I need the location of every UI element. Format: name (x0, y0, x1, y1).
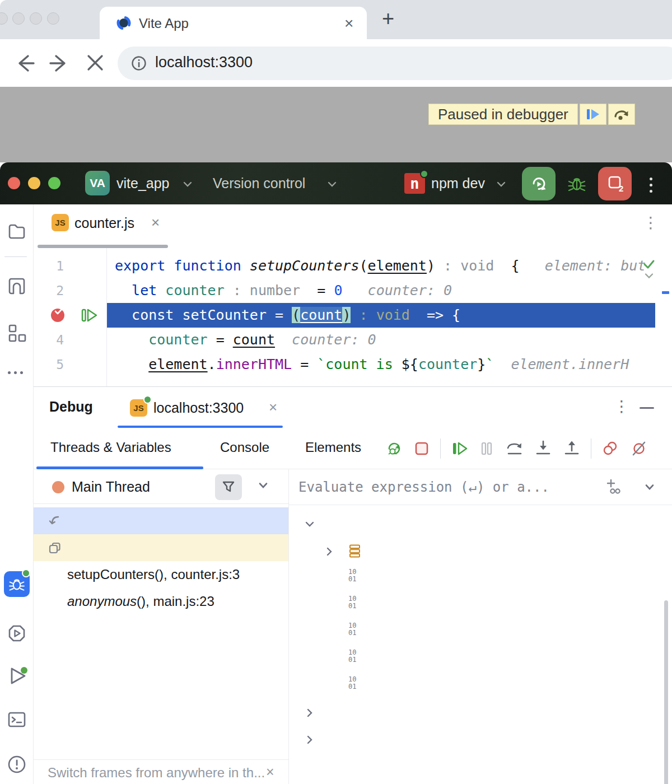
new-tab-button[interactable]: + (382, 8, 394, 29)
forward-icon[interactable] (48, 52, 72, 75)
editor-tab-counter-js[interactable]: counter.js (74, 215, 134, 231)
line-number: 5 (34, 352, 72, 377)
tool-window-strip (0, 204, 34, 784)
debug-tool-window-button[interactable] (4, 571, 30, 597)
ide-zoom-button[interactable] (48, 177, 60, 189)
variable-row-setcounter[interactable]: 1001 setCounter = undefined (289, 591, 672, 618)
site-info-icon[interactable] (131, 55, 147, 71)
tab-console[interactable]: Console (220, 440, 269, 455)
filter-frames-button[interactable] (215, 474, 242, 500)
add-to-watches-icon[interactable] (605, 478, 623, 496)
variable-row-innerhtml[interactable]: 1001 element.innerHTML = "" (289, 618, 672, 645)
chevron-down-icon (327, 181, 337, 188)
debug-options-kebab-icon[interactable]: ⋮ (614, 397, 629, 416)
code-line: counter = count counter: 0 (115, 328, 376, 352)
variables-group-global[interactable]: Global = Window (289, 726, 672, 753)
rerun-button[interactable] (522, 167, 556, 200)
execution-pointer-icon (81, 307, 100, 323)
browser-zoom-button[interactable] (47, 12, 59, 25)
stop-button[interactable]: 2 (598, 167, 632, 200)
variables-group-local[interactable]: Local (289, 511, 672, 538)
ide-close-button[interactable] (8, 177, 20, 189)
project-icon[interactable] (7, 221, 27, 241)
collapsed-chevron-icon[interactable] (325, 546, 334, 556)
tab-favicon-icon (115, 15, 132, 31)
evaluate-expression-input[interactable] (298, 476, 578, 498)
primitive-value-icon: 1001 (348, 649, 363, 664)
bookmarks-icon[interactable] (7, 276, 27, 296)
browser-close-button[interactable] (12, 12, 25, 25)
variable-row-element[interactable]: element = button#counter {disabled: fals… (289, 538, 672, 564)
variables-scrollbar[interactable] (664, 600, 668, 784)
services-icon[interactable] (7, 623, 27, 643)
step-over-button[interactable] (608, 104, 635, 125)
project-badge[interactable]: VA (85, 171, 110, 195)
titlebar-more-icon[interactable] (650, 178, 653, 193)
collapsed-chevron-icon[interactable] (305, 707, 314, 717)
ide-minimize-button[interactable] (28, 177, 40, 189)
code-line: let counter : number = 0 counter: 0 (115, 278, 452, 303)
resume-program-icon[interactable] (450, 440, 468, 458)
expanded-chevron-icon[interactable] (304, 519, 315, 529)
debug-content: Main Thread setupCounters(), counter.js:… (34, 469, 672, 784)
collapsed-chevron-icon[interactable] (305, 734, 314, 744)
resume-icon (585, 106, 601, 123)
variable-row-counter[interactable]: 1001 counter = 0 (289, 564, 672, 591)
debug-session-tab[interactable]: localhost:3300 (153, 400, 244, 416)
stack-frame-row[interactable]: anonymous(), main.js:23 (34, 534, 288, 561)
address-url[interactable]: localhost:3300 (155, 54, 253, 71)
rerun-icon (529, 174, 548, 193)
view-breakpoints-icon[interactable] (601, 440, 620, 458)
frames-hint-close-icon[interactable]: × (266, 764, 274, 780)
project-selector[interactable]: vite_app (116, 175, 170, 192)
step-out-icon[interactable] (562, 440, 581, 458)
pause-program-icon[interactable] (478, 440, 496, 458)
vcs-menu[interactable]: Version control (213, 175, 305, 192)
editor-tab-close-icon[interactable]: × (151, 214, 160, 231)
frame-label: setupCounters(), counter.js:3 (67, 561, 240, 588)
inspections-ok-icon[interactable] (642, 257, 656, 272)
browser-tab[interactable]: Vite App × (100, 7, 367, 39)
rerun-debug-icon[interactable] (385, 440, 403, 458)
primitive-value-icon: 1001 (348, 568, 363, 583)
more-tools-icon[interactable] (8, 371, 23, 374)
terminal-icon[interactable] (7, 710, 27, 730)
problems-icon[interactable] (7, 754, 27, 774)
browser-tab-strip: Vite App × + (0, 0, 672, 39)
stop-session-icon[interactable] (413, 440, 431, 458)
code-line: export function setupCounters(element) :… (115, 254, 646, 278)
stack-frame-row[interactable]: setupCounters(), counter.js:3 (34, 507, 288, 534)
breakpoint-icon[interactable] (50, 306, 67, 323)
inspections-chevron-icon[interactable] (644, 273, 654, 279)
code-line: const setCounter = (count) : void => { (115, 303, 460, 328)
step-into-icon[interactable] (534, 440, 553, 458)
resume-script-button[interactable] (580, 104, 606, 125)
structure-icon[interactable] (7, 323, 27, 343)
address-bar[interactable]: localhost:3300 (118, 46, 672, 80)
editor-options-kebab-icon[interactable]: ⋮ (643, 213, 659, 232)
debug-toolbar: Threads & Variables Console Elements (34, 428, 672, 469)
session-close-icon[interactable]: × (269, 399, 277, 416)
tab-threads-variables[interactable]: Threads & Variables (50, 440, 171, 455)
step-over-icon[interactable] (505, 440, 524, 458)
variables-group-unknown[interactable]: Unknown (289, 699, 672, 726)
back-icon[interactable] (12, 52, 36, 75)
tab-elements[interactable]: Elements (305, 440, 361, 455)
code-editor[interactable]: 1 2 4 5 export function setupCounters(el… (34, 248, 672, 386)
variable-row-count[interactable]: 1001 count = undefined (289, 645, 672, 672)
stop-icon: 2 (604, 173, 626, 194)
stop-loading-icon[interactable] (84, 52, 106, 74)
chevron-down-icon (183, 181, 193, 188)
mute-breakpoints-icon[interactable] (629, 440, 648, 458)
tab-close-icon[interactable]: × (344, 15, 353, 32)
variable-row-this[interactable]: 1001 this = undefined (289, 672, 672, 699)
frames-hint-bar: Switch frames from anywhere in th... × (34, 759, 288, 784)
browser-minimize-button[interactable] (30, 12, 42, 25)
run-configuration-selector[interactable]: npm dev (431, 175, 485, 192)
thread-selector-row[interactable]: Main Thread (34, 469, 288, 504)
evaluate-chevron-icon[interactable] (644, 483, 655, 491)
thread-chevron-icon[interactable] (258, 482, 269, 489)
hide-panel-icon[interactable] (640, 407, 654, 409)
run-icon[interactable] (7, 665, 29, 687)
debug-bug-icon[interactable] (567, 174, 587, 194)
